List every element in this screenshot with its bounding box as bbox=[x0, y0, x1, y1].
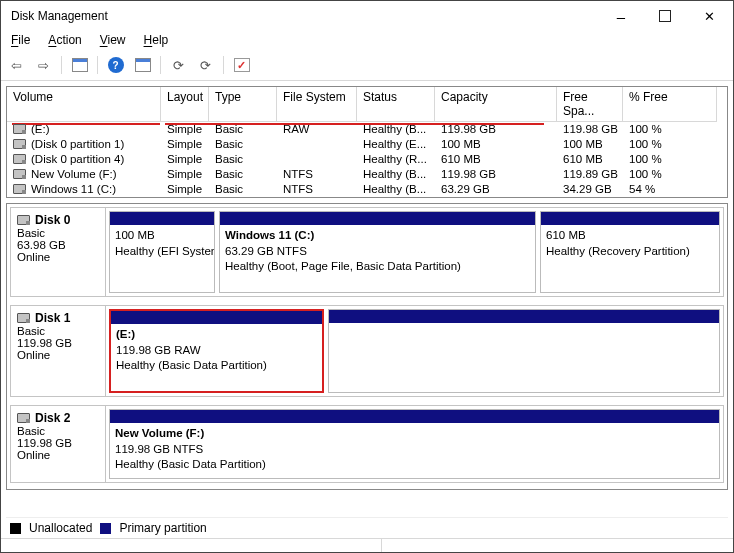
legend: Unallocated Primary partition bbox=[6, 517, 728, 538]
partition[interactable]: 610 MBHealthy (Recovery Partition) bbox=[540, 211, 720, 293]
drive-icon bbox=[17, 215, 30, 225]
partition[interactable]: Windows 11 (C:)63.29 GB NTFSHealthy (Boo… bbox=[219, 211, 536, 293]
table-row[interactable]: Windows 11 (C:)SimpleBasicNTFSHealthy (B… bbox=[7, 182, 727, 197]
window-title: Disk Management bbox=[11, 9, 108, 23]
menu-help[interactable]: Help bbox=[144, 33, 169, 47]
table-row[interactable]: (Disk 0 partition 4)SimpleBasicHealthy (… bbox=[7, 152, 727, 167]
rescan-button[interactable]: ⟳ bbox=[194, 54, 217, 76]
legend-unallocated: Unallocated bbox=[29, 521, 92, 535]
legend-primary: Primary partition bbox=[119, 521, 206, 535]
forward-button[interactable]: ⇨ bbox=[32, 54, 55, 76]
swatch-primary bbox=[100, 523, 111, 534]
menu-view[interactable]: View bbox=[100, 33, 126, 47]
col-free[interactable]: Free Spa... bbox=[557, 87, 623, 122]
col-status[interactable]: Status bbox=[357, 87, 435, 122]
partition[interactable]: 100 MBHealthy (EFI System bbox=[109, 211, 215, 293]
disk-header[interactable]: Disk 1Basic119.98 GBOnline bbox=[10, 305, 106, 397]
partition[interactable]: (E:)119.98 GB RAWHealthy (Basic Data Par… bbox=[109, 309, 324, 393]
col-volume[interactable]: Volume bbox=[7, 87, 161, 122]
volume-list-header: Volume Layout Type File System Status Ca… bbox=[7, 87, 727, 122]
col-capacity[interactable]: Capacity bbox=[435, 87, 557, 122]
drive-icon bbox=[13, 169, 26, 179]
swatch-unallocated bbox=[10, 523, 21, 534]
drive-icon bbox=[13, 139, 26, 149]
col-type[interactable]: Type bbox=[209, 87, 277, 122]
col-layout[interactable]: Layout bbox=[161, 87, 209, 122]
action-button[interactable]: ✓ bbox=[230, 54, 253, 76]
status-bar bbox=[1, 538, 733, 552]
disk-row: Disk 2Basic119.98 GBOnlineNew Volume (F:… bbox=[10, 405, 724, 483]
menu-action[interactable]: Action bbox=[48, 33, 81, 47]
maximize-button[interactable] bbox=[643, 2, 687, 30]
drive-icon bbox=[17, 313, 30, 323]
back-button[interactable]: ⇦ bbox=[5, 54, 28, 76]
help-button[interactable]: ? bbox=[104, 54, 127, 76]
disk-map[interactable]: Disk 0Basic63.98 GBOnline100 MBHealthy (… bbox=[6, 203, 728, 490]
drive-icon bbox=[13, 184, 26, 194]
toolbar: ⇦ ⇨ ? ⟳ ⟳ ✓ bbox=[1, 52, 733, 81]
col-fs[interactable]: File System bbox=[277, 87, 357, 122]
title-bar: Disk Management bbox=[1, 1, 733, 31]
drive-icon bbox=[13, 124, 26, 134]
partition[interactable]: New Volume (F:)119.98 GB NTFSHealthy (Ba… bbox=[109, 409, 720, 479]
col-pct[interactable]: % Free bbox=[623, 87, 717, 122]
disk-row: Disk 1Basic119.98 GBOnline (E:)119.98 GB… bbox=[10, 305, 724, 397]
drive-icon bbox=[13, 154, 26, 164]
minimize-button[interactable] bbox=[599, 2, 643, 30]
settings-button[interactable] bbox=[131, 54, 154, 76]
partition[interactable] bbox=[328, 309, 720, 393]
volume-list[interactable]: Volume Layout Type File System Status Ca… bbox=[6, 86, 728, 198]
drive-icon bbox=[17, 413, 30, 423]
disk-row: Disk 0Basic63.98 GBOnline100 MBHealthy (… bbox=[10, 207, 724, 297]
refresh-button[interactable]: ⟳ bbox=[167, 54, 190, 76]
disk-header[interactable]: Disk 2Basic119.98 GBOnline bbox=[10, 405, 106, 483]
properties-button[interactable] bbox=[68, 54, 91, 76]
table-row[interactable]: New Volume (F:)SimpleBasicNTFSHealthy (B… bbox=[7, 167, 727, 182]
disk-header[interactable]: Disk 0Basic63.98 GBOnline bbox=[10, 207, 106, 297]
close-button[interactable] bbox=[687, 2, 731, 30]
menu-bar: File Action View Help bbox=[1, 31, 733, 52]
table-row[interactable]: (Disk 0 partition 1)SimpleBasicHealthy (… bbox=[7, 137, 727, 152]
menu-file[interactable]: File bbox=[11, 33, 30, 47]
